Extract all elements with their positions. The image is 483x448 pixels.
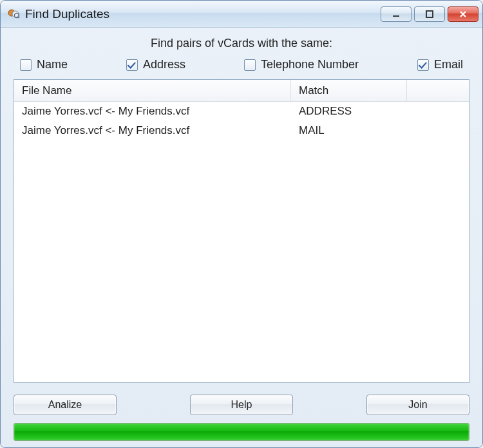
cell-match: ADDRESS [291,105,407,118]
checkbox-email[interactable]: Email [417,58,463,71]
listview-header: File Name Match [14,80,469,102]
checkbox-address[interactable]: Address [126,58,185,71]
analyze-button[interactable]: Analize [14,395,117,415]
checkbox-name[interactable]: Name [20,58,68,71]
maximize-button[interactable] [414,6,445,22]
cell-filename: Jaime Yorres.vcf <- My Friends.vcf [14,124,291,137]
results-listview[interactable]: File Name Match Jaime Yorres.vcf <- My F… [14,79,469,383]
checkbox-box [244,59,256,71]
app-icon [7,8,20,21]
cell-match: MAIL [291,124,407,137]
checkbox-label: Address [143,58,185,71]
svg-rect-4 [393,15,399,17]
titlebar[interactable]: Find Duplicates [1,1,482,28]
listview-body: Jaime Yorres.vcf <- My Friends.vcf ADDRE… [14,102,469,382]
checkbox-telephone[interactable]: Telephone Number [244,58,359,71]
progress-bar [14,423,469,441]
minimize-button[interactable] [381,6,412,22]
close-icon [459,10,468,19]
criteria-checkboxes: Name Address Telephone Number Email [14,58,469,79]
list-item[interactable]: Jaime Yorres.vcf <- My Friends.vcf MAIL [14,121,469,140]
close-button[interactable] [448,6,478,22]
checkbox-label: Email [434,58,463,71]
column-header-match[interactable]: Match [291,80,407,101]
checkbox-box [126,59,138,71]
cell-filename: Jaime Yorres.vcf <- My Friends.vcf [14,105,291,118]
svg-rect-5 [426,11,433,17]
checkbox-box [417,59,429,71]
dialog-window: Find Duplicates Find pairs of vCards wit… [0,0,483,448]
column-header-spacer [407,80,469,101]
help-button[interactable]: Help [190,395,293,415]
checkbox-box [20,59,32,71]
instruction-label: Find pairs of vCards with the same: [14,37,469,50]
list-item[interactable]: Jaime Yorres.vcf <- My Friends.vcf ADDRE… [14,102,469,121]
client-area: Find pairs of vCards with the same: Name… [1,28,482,447]
maximize-icon [425,10,434,19]
join-button[interactable]: Join [366,395,469,415]
button-row: Analize Help Join [14,383,469,423]
window-controls [381,6,478,22]
checkbox-label: Telephone Number [261,58,359,71]
checkbox-label: Name [37,58,68,71]
column-header-filename[interactable]: File Name [14,80,291,101]
window-title: Find Duplicates [25,7,381,21]
svg-line-3 [18,17,19,18]
minimize-icon [392,10,401,19]
